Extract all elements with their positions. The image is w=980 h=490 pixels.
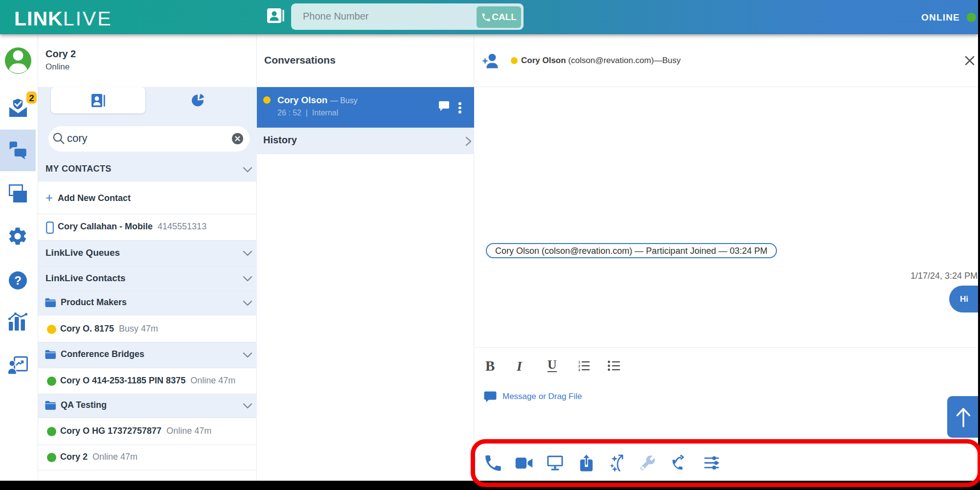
svg-text:1: 1 bbox=[578, 360, 580, 364]
svg-text:2: 2 bbox=[578, 364, 580, 368]
svg-text:?: ? bbox=[14, 274, 22, 287]
svg-text:3: 3 bbox=[578, 368, 580, 372]
svg-text:2: 2 bbox=[29, 93, 34, 103]
